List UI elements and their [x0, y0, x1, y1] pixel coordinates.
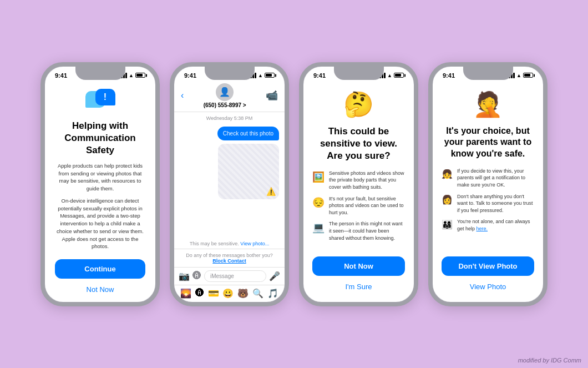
watermark: modified by IDG Comm — [518, 357, 581, 364]
info-item-3: 👨‍👩‍👧 You're not alone, and can always g… — [442, 218, 534, 232]
battery-icon-2 — [265, 73, 275, 78]
info-icon-3: 👨‍👩‍👧 — [442, 219, 453, 230]
phone1-body2: On-device intelligence can detect potent… — [55, 197, 145, 250]
contact-name: (650) 555-8997 > — [204, 102, 246, 108]
info-icon-1: 👧 — [442, 169, 453, 179]
phone1-content: ! Helping with Communication Safety Appl… — [45, 82, 155, 302]
phone3-content: 🤔 This could be sensitive to view. Are y… — [303, 82, 414, 302]
thinking-emoji: 🤔 — [343, 90, 374, 119]
wifi-icon-4: ▲ — [516, 73, 521, 78]
info-text-2: Don't share anything you don't want to. … — [457, 193, 534, 214]
phone-notch-1 — [75, 67, 125, 80]
warning-icon-2: 😔 — [312, 196, 325, 209]
phone-screen-3: 9:41 ▲ 🤔 This could be sensi — [303, 67, 414, 302]
wifi-icon-1: ▲ — [129, 73, 134, 78]
bother-section: Do any of these messages bother you? Blo… — [174, 249, 285, 267]
phone-notch-3 — [334, 67, 384, 80]
status-time-4: 9:41 — [443, 72, 455, 79]
applepay-icon[interactable]: 💳 — [208, 288, 219, 299]
phone-screen-4: 9:41 ▲ 🤦 It's your choice, b — [433, 67, 543, 302]
info-text-3: You're not alone, and can always get hel… — [457, 218, 534, 232]
phone-2: 9:41 ▲ ‹ 👤 — [170, 62, 289, 306]
camera-icon[interactable]: 📷 — [179, 271, 190, 281]
warning-text-2: It's not your fault, but sensitive photo… — [329, 195, 405, 216]
warning-text-3: The person in this might not want it see… — [329, 220, 405, 241]
warning-icon-1: 🖼️ — [312, 171, 325, 183]
view-photo-link[interactable]: View photo... — [240, 241, 269, 246]
warning-items: 🖼️ Sensitive photos and videos show the … — [312, 170, 405, 241]
warning-item-2: 😔 It's not your fault, but sensitive pho… — [312, 195, 405, 216]
photos-app-icon[interactable]: 🌄 — [180, 288, 191, 299]
message-bubble: Check out this photo — [217, 127, 279, 140]
warning-icon-3: 💻 — [312, 221, 325, 234]
bother-text: Do any of these messages bother you? — [178, 253, 281, 258]
phone-screen-2: 9:41 ▲ ‹ 👤 — [174, 67, 285, 302]
message-input-bar: 📷 🅐 iMessage 🎤 — [174, 267, 285, 285]
phone3-title: This could be sensitive to view. Are you… — [312, 125, 405, 162]
info-icon-2: 👩 — [442, 194, 453, 205]
phone-notch-2 — [205, 67, 255, 80]
music-icon[interactable]: 🎵 — [267, 288, 278, 299]
status-time-3: 9:41 — [313, 72, 326, 79]
info-items: 👧 If you decide to view this, your paren… — [442, 168, 534, 233]
phone-1: 9:41 ▲ — [40, 62, 160, 306]
blur-overlay: ⚠️ — [218, 144, 279, 199]
back-arrow[interactable]: ‹ — [181, 90, 184, 100]
battery-icon-1 — [135, 73, 145, 78]
phone1-notnow-button[interactable]: Not Now — [84, 283, 116, 296]
warning-item-3: 💻 The person in this might not want it s… — [312, 220, 405, 241]
warning-triangle-icon: ⚠️ — [266, 187, 276, 196]
wifi-icon-2: ▲ — [258, 73, 263, 78]
phones-container: 9:41 ▲ — [29, 51, 559, 317]
phone4-emoji: 🤦 — [473, 90, 503, 119]
animoji-icon[interactable]: 🐻 — [237, 288, 249, 299]
warning-item-1: 🖼️ Sensitive photos and videos show the … — [312, 170, 405, 191]
msg-time: Wednesday 5:38 PM — [180, 115, 279, 121]
phone1-continue-button[interactable]: Continue — [55, 259, 145, 279]
image-placeholder: ⚠️ — [218, 144, 279, 199]
video-call-icon[interactable]: 📹 — [266, 89, 278, 102]
messages-area: Wednesday 5:38 PM Check out this photo ⚠… — [174, 112, 285, 239]
phone-screen-1: 9:41 ▲ — [45, 67, 155, 302]
message-input[interactable]: iMessage — [204, 270, 266, 282]
phone4-content: 🤦 It's your choice, but your parents wan… — [433, 82, 543, 302]
phone3-notnow-button[interactable]: Not Now — [312, 256, 405, 276]
contact-avatar: 👤 — [216, 83, 234, 101]
audio-icon[interactable]: 🎤 — [269, 271, 280, 281]
phone-notch-4 — [463, 67, 513, 80]
phone4-dontview-button[interactable]: Don't View Photo — [442, 256, 534, 276]
info-text-1: If you decide to view this, your parents… — [457, 168, 534, 189]
status-time-2: 9:41 — [184, 72, 196, 79]
phone1-title: Helping with Communication Safety — [55, 120, 145, 157]
phone-3: 9:41 ▲ 🤔 This could be sensi — [299, 62, 418, 306]
appstore-icon[interactable]: 🅐 — [195, 288, 204, 298]
info-item-2: 👩 Don't share anything you don't want to… — [442, 193, 534, 214]
bubble-front: ! — [95, 89, 115, 105]
battery-icon-3 — [394, 73, 404, 78]
battery-icon-4 — [523, 73, 533, 78]
status-time-1: 9:41 — [55, 72, 67, 79]
help-link[interactable]: here. — [477, 226, 488, 231]
sensitive-note: This may be sensitive. View photo... — [174, 239, 285, 249]
phone-4: 9:41 ▲ 🤦 It's your choice, b — [428, 62, 548, 306]
contact-info: 👤 (650) 555-8997 > — [204, 83, 246, 108]
apps-icon[interactable]: 🅐 — [192, 271, 201, 281]
phone4-view-button[interactable]: View Photo — [468, 280, 509, 293]
wifi-icon-3: ▲ — [387, 73, 392, 78]
info-item-1: 👧 If you decide to view this, your paren… — [442, 168, 534, 189]
memoji-icon[interactable]: 😀 — [222, 288, 234, 299]
phone4-title: It's your choice, but your parents want … — [442, 125, 534, 160]
warning-text-1: Sensitive photos and videos show the pri… — [329, 170, 405, 191]
phone3-imsure-button[interactable]: I'm Sure — [343, 280, 374, 293]
phone2-nav: ‹ 👤 (650) 555-8997 > 📹 — [174, 82, 285, 112]
phone1-body1: Apple products can help protect kids fro… — [55, 162, 145, 193]
apps-bar: 🌄 🅐 💳 😀 🐻 🔍 🎵 — [174, 285, 285, 302]
comm-safety-icon: ! — [85, 89, 115, 115]
search-icon[interactable]: 🔍 — [252, 288, 263, 299]
block-contact-link[interactable]: Block Contact — [178, 258, 281, 264]
